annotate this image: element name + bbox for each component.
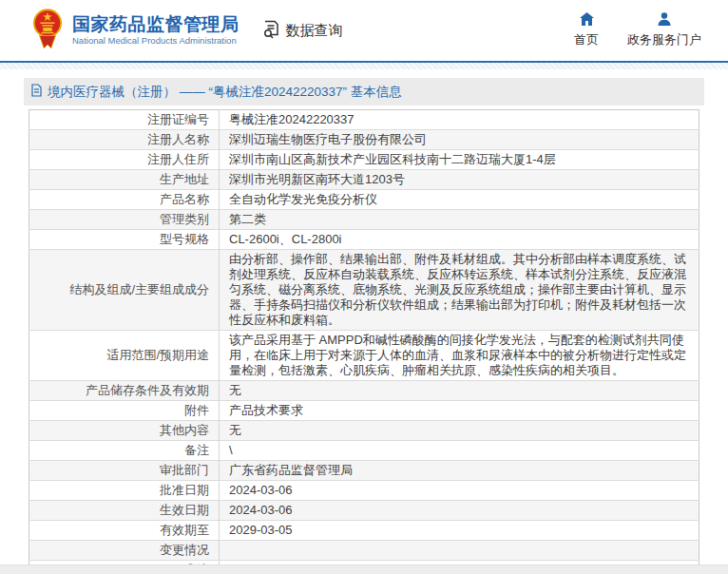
breadcrumb: 境内医疗器械（注册） —— “粤械注准20242220337” 基本信息 [24, 78, 704, 105]
org-name-cn: 国家药品监督管理局 [72, 14, 239, 35]
person-icon [658, 12, 671, 29]
breadcrumb-text: 境内医疗器械（注册） —— “粤械注准20242220337” 基本信息 [48, 84, 402, 101]
table-row: 批准日期2024-03-06 [29, 481, 699, 501]
table-row: 附件产品技术要求 [29, 401, 699, 421]
nmpa-brand[interactable]: 国家药品监督管理局 National Medical Products Admi… [32, 6, 239, 55]
footer-strip [0, 564, 728, 574]
table-row: 注册证编号粤械注准20242220337 [29, 110, 699, 130]
row-value: 由分析部、操作部、结果输出部、附件及耗材组成。其中分析部由样本调度系统、试剂处理… [220, 250, 699, 331]
header-nav: 首页 政务服务门户 [574, 12, 701, 48]
table-row: 生产地址深圳市光明新区南环大道1203号 [29, 170, 699, 190]
nav-home[interactable]: 首页 [574, 12, 599, 48]
data-query-doc-magnifier-icon [262, 20, 281, 42]
row-value: 2029-03-05 [220, 521, 699, 541]
row-value: CL-2600i、CL-2800i [220, 230, 699, 250]
row-label: 备注 [29, 441, 220, 461]
china-national-emblem-icon [32, 6, 63, 55]
table-row: 注册人名称深圳迈瑞生物医疗电子股份有限公司 [29, 130, 699, 150]
data-query-label: 数据查询 [286, 22, 343, 40]
table-row: 有效期至2029-03-05 [29, 521, 699, 541]
row-value: 2024-03-06 [220, 481, 699, 501]
nav-portal-label: 政务服务门户 [627, 31, 701, 48]
main-content: 境内医疗器械（注册） —— “粤械注准20242220337” 基本信息 注册证… [24, 78, 704, 574]
info-table-body: 注册证编号粤械注准20242220337注册人名称深圳迈瑞生物医疗电子股份有限公… [29, 110, 699, 574]
row-value: 2024-03-06 [220, 501, 699, 521]
row-value: 深圳市南山区高新技术产业园区科技南十二路迈瑞大厦1-4层 [220, 150, 699, 170]
row-label: 产品储存条件及有效期 [29, 381, 220, 401]
row-value: 第二类 [220, 210, 699, 230]
data-query-button[interactable]: 数据查询 [262, 20, 343, 42]
row-label: 其他内容 [29, 421, 220, 441]
table-row: 结构及组成/主要组成成分由分析部、操作部、结果输出部、附件及耗材组成。其中分析部… [29, 250, 699, 331]
row-value: 粤械注准20242220337 [220, 110, 699, 130]
row-label: 有效期至 [29, 521, 220, 541]
row-label: 注册人名称 [29, 130, 220, 150]
row-value: 深圳迈瑞生物医疗电子股份有限公司 [220, 130, 699, 150]
row-label: 产品名称 [29, 190, 220, 210]
row-value: 深圳市光明新区南环大道1203号 [220, 170, 699, 190]
nav-portal[interactable]: 政务服务门户 [627, 12, 701, 48]
row-label: 注册证编号 [29, 110, 220, 130]
table-row: 适用范围/预期用途该产品采用基于 AMPPD和碱性磷酸酶的间接化学发光法，与配套… [29, 331, 699, 381]
table-row: 其他内容无 [29, 421, 699, 441]
document-icon [31, 84, 42, 100]
row-value: 产品技术要求 [220, 401, 699, 421]
row-label: 管理类别 [29, 210, 220, 230]
table-row: 型号规格CL-2600i、CL-2800i [29, 230, 699, 250]
row-label: 注册人住所 [29, 150, 220, 170]
site-header: 国家药品监督管理局 National Medical Products Admi… [0, 0, 728, 63]
row-label: 型号规格 [29, 230, 220, 250]
row-label: 变更情况 [29, 541, 220, 561]
table-row: 注册人住所深圳市南山区高新技术产业园区科技南十二路迈瑞大厦1-4层 [29, 150, 699, 170]
row-value [220, 541, 699, 561]
registration-info-table: 注册证编号粤械注准20242220337注册人名称深圳迈瑞生物医疗电子股份有限公… [29, 109, 699, 574]
table-row: 审批部门广东省药品监督管理局 [29, 461, 699, 481]
row-label: 审批部门 [29, 461, 220, 481]
table-row: 生效日期2024-03-06 [29, 501, 699, 521]
row-value: 广东省药品监督管理局 [220, 461, 699, 481]
org-name-en: National Medical Products Administration [72, 36, 239, 47]
row-label: 适用范围/预期用途 [29, 331, 220, 381]
table-row: 备注\ [29, 441, 699, 461]
table-row: 变更情况 [29, 541, 699, 561]
table-row: 产品储存条件及有效期无 [29, 381, 699, 401]
table-row: 管理类别第二类 [29, 210, 699, 230]
row-label: 结构及组成/主要组成成分 [29, 250, 220, 331]
row-value: 无 [220, 421, 699, 441]
row-value: 无 [220, 381, 699, 401]
row-value: 该产品采用基于 AMPPD和碱性磷酸酶的间接化学发光法，与配套的检测试剂共同使用… [220, 331, 699, 381]
row-value: 全自动化学发光免疫分析仪 [220, 190, 699, 210]
row-label: 生效日期 [29, 501, 220, 521]
table-row: 产品名称全自动化学发光免疫分析仪 [29, 190, 699, 210]
row-label: 批准日期 [29, 481, 220, 501]
header-decorative-stripe [0, 63, 728, 69]
home-icon [580, 12, 594, 29]
nav-home-label: 首页 [574, 31, 599, 48]
row-value: \ [220, 441, 699, 461]
row-label: 附件 [29, 401, 220, 421]
row-label: 生产地址 [29, 170, 220, 190]
